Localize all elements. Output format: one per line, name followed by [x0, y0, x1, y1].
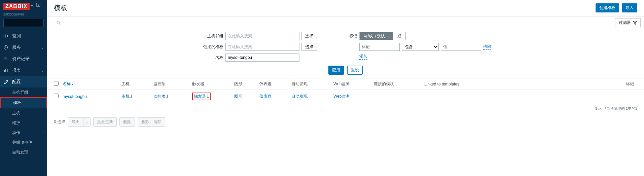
row-triggers-link[interactable]: 触发器: [194, 94, 206, 99]
server-name: zabbixserver: [0, 11, 47, 19]
filter-toggle-label: 过滤器: [619, 20, 631, 26]
bars-icon: [3, 68, 9, 73]
wrench-icon: [3, 79, 9, 84]
hostgroups-select-button[interactable]: 选择: [301, 32, 317, 40]
brand-logo[interactable]: ZABBIX: [3, 3, 30, 10]
row-web-link[interactable]: Web监测: [333, 94, 350, 99]
nav-service-label: 服务: [12, 44, 21, 50]
subnav-actions-label: 动作: [12, 130, 20, 136]
nav-inventory-label: 资产记录: [12, 56, 30, 62]
list-icon: [3, 57, 9, 61]
nav-inventory[interactable]: 资产记录 ⌄: [0, 53, 47, 65]
svg-rect-14: [7, 69, 8, 72]
subnav-actions[interactable]: 动作 ›: [0, 128, 47, 138]
subnav-discovery[interactable]: 自动发现: [0, 147, 47, 157]
nav-config[interactable]: 配置 ⌃: [0, 76, 47, 87]
subnav-correlation[interactable]: 关联项事件: [0, 138, 47, 147]
linked-templates-multiselect[interactable]: 在此输入搜索: [225, 43, 299, 51]
funnel-icon: [633, 21, 637, 25]
templates-table: 名称 主机 监控项 触发器 图形 仪表盘 自动发现 Web监测 链接的模板 Li…: [47, 78, 644, 114]
svg-point-11: [4, 60, 4, 60]
apply-button[interactable]: 应用: [328, 66, 344, 75]
svg-point-10: [4, 59, 4, 59]
col-linked-tpl: 链接的模板: [374, 81, 424, 87]
reset-button[interactable]: 重设: [347, 66, 363, 75]
table-row: mysql-tongbu 主机1 监控项1 触发器1 图形 仪表盘 自动发现 W…: [47, 90, 644, 103]
tag-name-input[interactable]: [359, 43, 400, 51]
col-graphs: 图形: [234, 81, 259, 87]
nav-monitor[interactable]: 监测 ⌄: [0, 30, 47, 42]
row-discovery-link[interactable]: 自动发现: [291, 94, 308, 99]
subnav-maintenance[interactable]: 维护: [0, 118, 47, 128]
svg-point-9: [4, 58, 4, 58]
row-triggers-count: 1: [207, 94, 209, 99]
collapse-icon[interactable]: «: [31, 3, 34, 8]
bulk-action-bar: 0 选择 导出 ⌄ 批量更新 删除 删除并清除: [47, 114, 644, 130]
col-host: 主机: [121, 81, 153, 87]
tag-add-link[interactable]: 添加: [359, 54, 367, 60]
row-host-link[interactable]: 主机: [121, 94, 130, 99]
subnav-templates[interactable]: 模板: [0, 97, 47, 108]
nav-reports-label: 报表: [12, 67, 21, 73]
chevron-down-icon: ⌄: [41, 69, 44, 72]
col-linked-to: Linked to templates: [424, 82, 505, 86]
col-items: 监控项: [153, 81, 192, 87]
nav-monitor-label: 监测: [12, 33, 21, 39]
export-dropdown-button[interactable]: ⌄: [83, 117, 91, 127]
row-name-link[interactable]: mysql-tongbu: [63, 94, 87, 99]
sidebar-search[interactable]: [3, 19, 44, 27]
row-items-count: 1: [166, 94, 169, 99]
hostgroups-multiselect[interactable]: 在此输入搜索: [225, 32, 299, 40]
chevron-down-icon: ⌄: [41, 34, 44, 38]
tag-remove-link[interactable]: 移除: [483, 44, 491, 50]
svg-point-4: [5, 35, 6, 37]
row-graphs-link[interactable]: 图形: [234, 94, 242, 99]
filter-tab-row: 过滤器: [47, 17, 644, 27]
seg-or[interactable]: 或: [393, 32, 405, 40]
row-triggers-highlight: 触发器1: [192, 93, 211, 100]
filter-panel: 主机群组 在此输入搜索 选择 链接的模板 在此输入搜索 选择 名称: [47, 27, 644, 78]
row-dashboards-link[interactable]: 仪表盘: [259, 94, 272, 99]
filter-toggle[interactable]: 过滤器: [615, 18, 641, 27]
titlebar: 模板 创建模板 导入: [47, 0, 644, 17]
footer-count: 显示 已自动发现的 1中的1: [594, 106, 637, 111]
row-items-link[interactable]: 监控项: [153, 94, 166, 99]
eye-icon: [3, 34, 9, 38]
nav-service[interactable]: 服务 ⌄: [0, 42, 47, 53]
select-all-checkbox[interactable]: [54, 81, 59, 86]
chevron-up-icon: ⌃: [41, 80, 44, 84]
nav-config-label: 配置: [12, 79, 21, 85]
sidebar: ZABBIX « zabbixserver 监测 ⌄ 服务: [0, 0, 47, 176]
subnav-hosts[interactable]: 主机: [0, 108, 47, 118]
name-input[interactable]: [225, 54, 299, 62]
svg-rect-12: [4, 70, 5, 72]
tag-operator-select[interactable]: 包含: [402, 43, 439, 51]
chevron-down-icon: ⌄: [41, 46, 44, 49]
subnav-hostgroups[interactable]: 主机群组: [0, 87, 47, 97]
label-linked-templates: 链接的模板: [200, 44, 223, 50]
create-template-button[interactable]: 创建模板: [596, 3, 619, 12]
row-host-count: 1: [130, 94, 133, 99]
nav-reports[interactable]: 报表 ⌄: [0, 65, 47, 76]
table-header: 名称 主机 监控项 触发器 图形 仪表盘 自动发现 Web监测 链接的模板 Li…: [47, 78, 644, 90]
delete-button[interactable]: 删除: [119, 117, 135, 127]
label-hostgroups: 主机群组: [200, 33, 223, 39]
tag-mode-segment[interactable]: 与/或（默认） 或: [359, 32, 406, 40]
col-triggers: 触发器: [192, 81, 234, 87]
col-name[interactable]: 名称: [63, 81, 73, 86]
chevron-right-icon: ›: [43, 131, 44, 135]
deleteclear-button[interactable]: 删除并清除: [138, 117, 165, 127]
seg-andor[interactable]: 与/或（默认）: [360, 32, 393, 40]
label-tags: 标记: [344, 33, 357, 39]
linked-templates-select-button[interactable]: 选择: [301, 43, 317, 51]
col-tags: 标记: [505, 81, 637, 87]
col-web: Web监测: [333, 81, 374, 87]
tag-value-input[interactable]: [441, 43, 481, 51]
popout-icon[interactable]: [36, 3, 40, 8]
row-checkbox[interactable]: [54, 94, 59, 98]
import-button[interactable]: 导入: [622, 3, 637, 12]
export-button[interactable]: 导出: [68, 117, 83, 127]
label-name: 名称: [200, 55, 223, 61]
table-footer: 显示 已自动发现的 1中的1: [47, 103, 644, 114]
massupdate-button[interactable]: 批量更新: [93, 117, 117, 127]
